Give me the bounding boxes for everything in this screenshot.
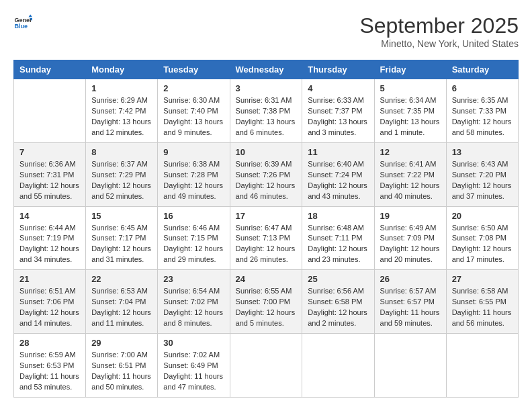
weekday-header: Tuesday [158,60,230,79]
calendar-cell: 26Sunrise: 6:57 AMSunset: 6:57 PMDayligh… [374,270,446,334]
day-number: 15 [91,211,152,221]
day-number: 10 [236,147,297,157]
calendar-cell [230,334,302,398]
title-block: September 2025 Minetto, New York, United… [359,13,519,49]
cell-content: Sunrise: 6:37 AMSunset: 7:29 PMDaylight:… [91,159,152,202]
weekday-header: Friday [374,60,446,79]
month-title: September 2025 [359,13,519,38]
calendar-cell: 10Sunrise: 6:39 AMSunset: 7:26 PMDayligh… [230,142,302,206]
day-number: 13 [452,147,513,157]
weekday-header: Sunday [14,60,86,79]
day-number: 26 [380,274,441,284]
day-number: 23 [163,274,224,284]
calendar-cell: 1Sunrise: 6:29 AMSunset: 7:42 PMDaylight… [86,79,158,143]
cell-content: Sunrise: 6:48 AMSunset: 7:11 PMDaylight:… [308,223,368,266]
page-header: General Blue September 2025 Minetto, New… [13,13,519,49]
calendar-week-row: 21Sunrise: 6:51 AMSunset: 7:06 PMDayligh… [14,270,519,334]
logo: General Blue [13,13,32,32]
calendar-cell: 17Sunrise: 6:47 AMSunset: 7:13 PMDayligh… [230,206,302,270]
calendar-cell: 27Sunrise: 6:58 AMSunset: 6:55 PMDayligh… [446,270,518,334]
calendar-cell: 30Sunrise: 7:02 AMSunset: 6:49 PMDayligh… [158,334,230,398]
cell-content: Sunrise: 6:55 AMSunset: 7:00 PMDaylight:… [236,286,297,329]
day-number: 14 [19,211,80,221]
cell-content: Sunrise: 6:53 AMSunset: 7:04 PMDaylight:… [91,286,152,329]
day-number: 11 [308,147,368,157]
cell-content: Sunrise: 6:44 AMSunset: 7:19 PMDaylight:… [19,223,80,266]
calendar-cell: 12Sunrise: 6:41 AMSunset: 7:22 PMDayligh… [374,142,446,206]
cell-content: Sunrise: 6:51 AMSunset: 7:06 PMDaylight:… [19,286,80,329]
calendar-cell: 2Sunrise: 6:30 AMSunset: 7:40 PMDaylight… [158,79,230,143]
cell-content: Sunrise: 6:41 AMSunset: 7:22 PMDaylight:… [380,159,441,202]
calendar-cell: 16Sunrise: 6:46 AMSunset: 7:15 PMDayligh… [158,206,230,270]
cell-content: Sunrise: 6:35 AMSunset: 7:33 PMDaylight:… [452,95,513,138]
calendar-cell: 23Sunrise: 6:54 AMSunset: 7:02 PMDayligh… [158,270,230,334]
cell-content: Sunrise: 6:49 AMSunset: 7:09 PMDaylight:… [380,223,441,266]
calendar-cell [14,79,86,143]
calendar-cell: 14Sunrise: 6:44 AMSunset: 7:19 PMDayligh… [14,206,86,270]
cell-content: Sunrise: 6:39 AMSunset: 7:26 PMDaylight:… [236,159,297,202]
day-number: 5 [380,83,441,93]
day-number: 28 [19,338,80,348]
calendar-cell: 29Sunrise: 7:00 AMSunset: 6:51 PMDayligh… [86,334,158,398]
cell-content: Sunrise: 6:29 AMSunset: 7:42 PMDaylight:… [91,95,152,138]
day-number: 2 [163,83,224,93]
calendar-cell: 20Sunrise: 6:50 AMSunset: 7:08 PMDayligh… [446,206,518,270]
calendar-table: SundayMondayTuesdayWednesdayThursdayFrid… [13,60,519,398]
cell-content: Sunrise: 6:31 AMSunset: 7:38 PMDaylight:… [236,95,297,138]
calendar-week-row: 7Sunrise: 6:36 AMSunset: 7:31 PMDaylight… [14,142,519,206]
cell-content: Sunrise: 6:47 AMSunset: 7:13 PMDaylight:… [236,223,297,266]
day-number: 18 [308,211,368,221]
day-number: 25 [308,274,368,284]
svg-text:General: General [14,17,32,24]
day-number: 4 [308,83,368,93]
calendar-cell: 5Sunrise: 6:34 AMSunset: 7:35 PMDaylight… [374,79,446,143]
day-number: 21 [19,274,80,284]
calendar-cell: 6Sunrise: 6:35 AMSunset: 7:33 PMDaylight… [446,79,518,143]
day-number: 7 [19,147,80,157]
calendar-header-row: SundayMondayTuesdayWednesdayThursdayFrid… [14,60,519,79]
cell-content: Sunrise: 6:46 AMSunset: 7:15 PMDaylight:… [163,223,224,266]
day-number: 9 [163,147,224,157]
calendar-week-row: 28Sunrise: 6:59 AMSunset: 6:53 PMDayligh… [14,334,519,398]
cell-content: Sunrise: 6:34 AMSunset: 7:35 PMDaylight:… [380,95,441,138]
cell-content: Sunrise: 6:58 AMSunset: 6:55 PMDaylight:… [452,286,513,329]
calendar-cell: 21Sunrise: 6:51 AMSunset: 7:06 PMDayligh… [14,270,86,334]
calendar-week-row: 14Sunrise: 6:44 AMSunset: 7:19 PMDayligh… [14,206,519,270]
day-number: 24 [236,274,297,284]
day-number: 22 [91,274,152,284]
calendar-cell: 19Sunrise: 6:49 AMSunset: 7:09 PMDayligh… [374,206,446,270]
location: Minetto, New York, United States [359,38,519,49]
cell-content: Sunrise: 6:38 AMSunset: 7:28 PMDaylight:… [163,159,224,202]
cell-content: Sunrise: 6:33 AMSunset: 7:37 PMDaylight:… [308,95,368,138]
cell-content: Sunrise: 6:43 AMSunset: 7:20 PMDaylight:… [452,159,513,202]
day-number: 17 [236,211,297,221]
cell-content: Sunrise: 6:45 AMSunset: 7:17 PMDaylight:… [91,223,152,266]
calendar-cell: 4Sunrise: 6:33 AMSunset: 7:37 PMDaylight… [302,79,374,143]
day-number: 6 [452,83,513,93]
cell-content: Sunrise: 6:57 AMSunset: 6:57 PMDaylight:… [380,286,441,329]
day-number: 20 [452,211,513,221]
svg-marker-2 [28,14,32,17]
weekday-header: Monday [86,60,158,79]
weekday-header: Wednesday [230,60,302,79]
calendar-cell [302,334,374,398]
cell-content: Sunrise: 6:56 AMSunset: 6:58 PMDaylight:… [308,286,368,329]
calendar-cell: 25Sunrise: 6:56 AMSunset: 6:58 PMDayligh… [302,270,374,334]
cell-content: Sunrise: 7:02 AMSunset: 6:49 PMDaylight:… [163,350,224,393]
calendar-week-row: 1Sunrise: 6:29 AMSunset: 7:42 PMDaylight… [14,79,519,143]
calendar-cell [374,334,446,398]
calendar-cell: 18Sunrise: 6:48 AMSunset: 7:11 PMDayligh… [302,206,374,270]
weekday-header: Thursday [302,60,374,79]
calendar-cell: 15Sunrise: 6:45 AMSunset: 7:17 PMDayligh… [86,206,158,270]
calendar-cell: 7Sunrise: 6:36 AMSunset: 7:31 PMDaylight… [14,142,86,206]
day-number: 19 [380,211,441,221]
calendar-cell: 8Sunrise: 6:37 AMSunset: 7:29 PMDaylight… [86,142,158,206]
calendar-cell: 24Sunrise: 6:55 AMSunset: 7:00 PMDayligh… [230,270,302,334]
day-number: 16 [163,211,224,221]
cell-content: Sunrise: 6:36 AMSunset: 7:31 PMDaylight:… [19,159,80,202]
calendar-cell: 22Sunrise: 6:53 AMSunset: 7:04 PMDayligh… [86,270,158,334]
cell-content: Sunrise: 6:40 AMSunset: 7:24 PMDaylight:… [308,159,368,202]
cell-content: Sunrise: 7:00 AMSunset: 6:51 PMDaylight:… [91,350,152,393]
calendar-cell [446,334,518,398]
svg-text:Blue: Blue [14,23,28,30]
